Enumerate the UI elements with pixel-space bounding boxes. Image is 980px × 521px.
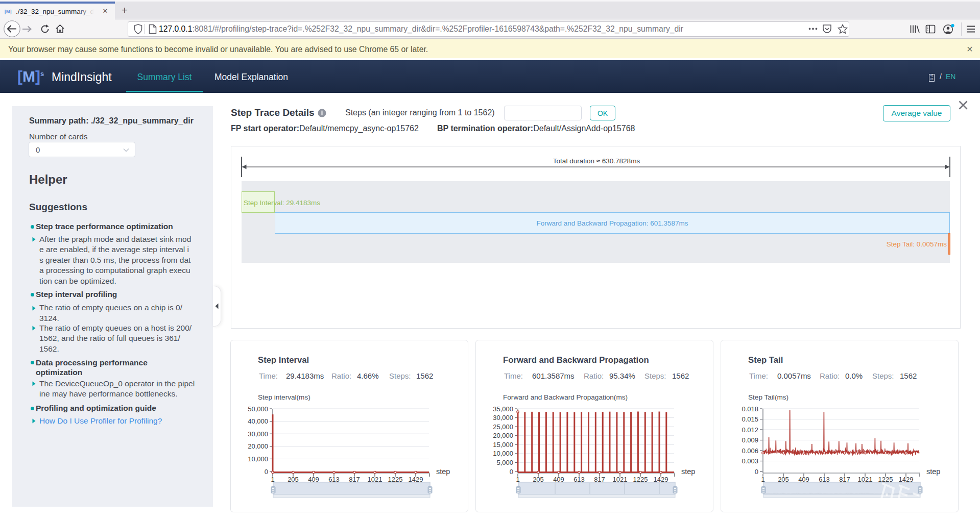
- svg-text:0.015: 0.015: [742, 415, 758, 423]
- svg-text:1021: 1021: [858, 476, 873, 483]
- svg-text:40,000: 40,000: [248, 417, 268, 425]
- svg-text:15,000: 15,000: [493, 441, 513, 449]
- svg-text:0.018: 0.018: [742, 405, 758, 413]
- svg-text:1429: 1429: [654, 476, 668, 483]
- svg-text:1225: 1225: [388, 476, 403, 483]
- svg-text:25,000: 25,000: [493, 423, 513, 431]
- svg-text:30,000: 30,000: [248, 430, 268, 438]
- svg-text:1021: 1021: [613, 476, 628, 483]
- svg-text:0.003: 0.003: [742, 457, 758, 465]
- svg-text:205: 205: [533, 476, 544, 483]
- svg-text:0: 0: [510, 468, 513, 476]
- svg-text:1429: 1429: [409, 476, 423, 483]
- svg-text:10,000: 10,000: [493, 450, 513, 457]
- svg-text:817: 817: [594, 476, 605, 483]
- svg-text:1: 1: [761, 476, 764, 483]
- svg-text:step: step: [436, 467, 450, 476]
- svg-text:20,000: 20,000: [248, 442, 268, 450]
- svg-text:1225: 1225: [633, 476, 648, 483]
- svg-text:817: 817: [839, 476, 850, 483]
- svg-text:1: 1: [516, 476, 519, 483]
- svg-text:50,000: 50,000: [248, 405, 268, 413]
- svg-text:1021: 1021: [368, 476, 383, 483]
- svg-text:5,000: 5,000: [496, 459, 513, 466]
- svg-text:10,000: 10,000: [248, 455, 268, 463]
- svg-text:409: 409: [553, 476, 564, 483]
- svg-text:0: 0: [265, 468, 268, 476]
- svg-text:0.012: 0.012: [742, 426, 758, 434]
- svg-text:205: 205: [288, 476, 299, 483]
- svg-text:step: step: [681, 467, 695, 476]
- svg-text:1225: 1225: [878, 476, 893, 483]
- svg-text:613: 613: [573, 476, 585, 483]
- svg-text:205: 205: [778, 476, 789, 483]
- svg-text:613: 613: [819, 476, 830, 483]
- svg-text:409: 409: [798, 476, 809, 483]
- svg-text:409: 409: [308, 476, 319, 483]
- svg-text:1: 1: [271, 476, 274, 483]
- svg-text:0.006: 0.006: [742, 447, 758, 455]
- svg-text:0: 0: [755, 468, 758, 476]
- svg-text:1429: 1429: [899, 476, 914, 483]
- svg-text:0.009: 0.009: [742, 436, 758, 444]
- svg-text:step: step: [926, 467, 940, 476]
- svg-text:30,000: 30,000: [493, 414, 513, 421]
- svg-text:613: 613: [328, 476, 340, 483]
- svg-text:20,000: 20,000: [493, 432, 513, 439]
- svg-text:817: 817: [349, 476, 360, 483]
- svg-text:35,000: 35,000: [493, 405, 513, 413]
